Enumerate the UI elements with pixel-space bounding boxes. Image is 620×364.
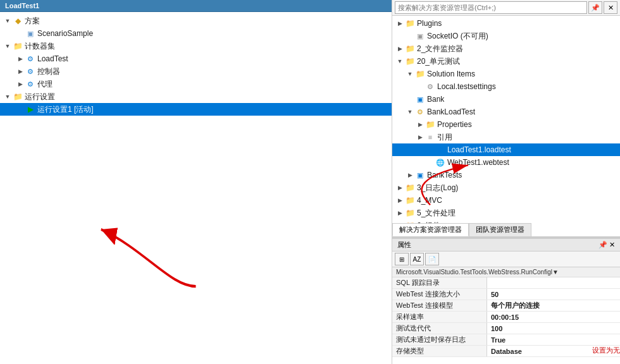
expand-icon[interactable]: ▼ [3, 15, 13, 27]
right-tree-item-file-process[interactable]: ▶ 📁 5_文件处理 [392, 207, 620, 219]
expand-icon[interactable]: ▶ [425, 144, 435, 155]
close-button[interactable]: ✕ [604, 1, 617, 14]
expand-icon[interactable]: ▼ [3, 40, 13, 52]
item-icon-folder: 📁 [13, 41, 23, 51]
right-tree-item-socketio[interactable]: ▶ ▣ SocketIO (不可用) [392, 30, 620, 42]
expand-icon[interactable]: ▼ [405, 68, 415, 80]
left-tree-item-agent[interactable]: ▶ ⚙ 代理 [0, 78, 392, 90]
right-tree-item-solution-items[interactable]: ▼ 📁 Solution Items [392, 68, 620, 80]
prop-pages-btn[interactable]: 📄 [425, 253, 439, 265]
expand-icon[interactable]: ▶ [395, 207, 405, 219]
right-tree-item-unit-test[interactable]: ▼ 📁 20_单元测试 [392, 55, 620, 68]
item-icon-loadtest-file: ⚙ [435, 145, 445, 155]
right-tree-item-log[interactable]: ▶ 📁 3_日志(Log) [392, 181, 620, 194]
prop-row: 测试迭代代 100 [392, 323, 620, 334]
item-icon-webtest-file: 🌐 [435, 157, 445, 167]
left-tree-item-solution[interactable]: ▼ ◆ 方案 [0, 15, 392, 27]
prop-value: 00:00:15 [487, 312, 620, 322]
item-icon-folder: 📁 [405, 195, 415, 205]
item-icon-item: ▣ [25, 28, 35, 39]
close-prop-icon[interactable]: ✕ [609, 241, 615, 249]
left-tree-item-run1[interactable]: ▶ ▶ 运行设置1 [活动] [0, 103, 392, 116]
expand-icon[interactable]: ▼ [405, 106, 415, 118]
left-tree-item-loadtest[interactable]: ▶ ⚙ LoadTest [0, 52, 392, 65]
right-tree-item-more[interactable]: ▶ 📁 6_组件 [392, 219, 620, 223]
prop-categorized-btn[interactable]: ⊞ [395, 253, 409, 265]
left-tree-item-controller[interactable]: ▶ ⚙ 控制器 [0, 65, 392, 78]
item-label: 计数器集 [25, 40, 55, 52]
expand-icon[interactable]: ▶ [425, 157, 435, 168]
item-label: Local.testsettings [437, 81, 496, 92]
expand-icon[interactable]: ▶ [405, 30, 415, 42]
item-icon-folder: 📁 [425, 119, 435, 130]
expand-icon[interactable]: ▶ [415, 131, 425, 143]
search-input[interactable] [395, 1, 587, 14]
item-label: 运行设置 [25, 91, 55, 102]
expand-icon[interactable]: ▶ [405, 169, 415, 181]
prop-row: WebTest 连接模型 每个用户的连接 [392, 300, 620, 312]
expand-icon[interactable]: ▶ [15, 104, 25, 115]
properties-title-bar: 属性 📌 ✕ [392, 239, 620, 252]
expand-icon[interactable]: ▶ [15, 66, 25, 77]
expand-icon[interactable]: ▼ [395, 56, 405, 67]
expand-icon[interactable]: ▶ [415, 81, 425, 92]
left-tree-item-scenario[interactable]: ▶ ▣ ScenarioSample [0, 27, 392, 40]
prop-value: 每个用户的连接 [487, 300, 620, 311]
item-icon-folder: 📁 [405, 221, 415, 223]
expand-icon[interactable]: ▶ [395, 43, 405, 54]
expand-icon[interactable]: ▶ [395, 18, 405, 29]
expand-icon[interactable]: ▶ [15, 78, 25, 90]
left-tree-item-runsettings[interactable]: ▼ 📁 运行设置 [0, 90, 392, 103]
right-tree-item-loadtest1-file[interactable]: ▶ ⚙ LoadTest1.loadtest [392, 143, 620, 156]
item-label: 控制器 [37, 66, 60, 77]
right-tree-item-bank[interactable]: ▶ ▣ Bank [392, 93, 620, 106]
right-tree-item-plugins[interactable]: ▶ 📁 Plugins [392, 17, 620, 30]
item-label: 5_文件处理 [417, 207, 456, 219]
prop-value: 100 [487, 323, 620, 334]
right-tree-item-banktests[interactable]: ▶ ▣ BankTests [392, 169, 620, 181]
expand-icon[interactable]: ▶ [395, 195, 405, 206]
item-label: Solution Items [427, 68, 475, 80]
expand-icon[interactable]: ▶ [395, 220, 405, 223]
right-tree-item-references[interactable]: ▶ ≡ 引用 [392, 131, 620, 143]
item-label: ScenarioSample [37, 28, 93, 39]
prop-row: WebTest 连接池大小 50 [392, 289, 620, 300]
right-tree-item-local-settings[interactable]: ▶ ⚙ Local.testsettings [392, 80, 620, 93]
item-icon-folder: 📁 [405, 18, 415, 28]
item-label: BankLoadTest [427, 106, 475, 118]
tab-team-explorer[interactable]: 团队资源管理器 [469, 223, 531, 236]
pin-button[interactable]: 📌 [588, 1, 602, 14]
item-label: 4_MVC [417, 195, 442, 206]
tab-solution-explorer[interactable]: 解决方案资源管理器 [392, 223, 469, 236]
left-panel-title: LoadTest1 [0, 0, 392, 12]
expand-icon[interactable]: ▶ [395, 182, 405, 193]
expand-icon[interactable]: ▶ [405, 94, 415, 105]
item-label: Plugins [417, 18, 442, 29]
prop-value: True [487, 334, 620, 345]
item-label: Properties [437, 119, 472, 130]
item-icon-folder: 📁 [405, 208, 415, 218]
item-label: 引用 [437, 131, 452, 143]
item-icon-folder: 📁 [13, 92, 23, 102]
prop-toolbar: ⊞ AZ 📄 [392, 252, 620, 267]
explorer-tabs: 解决方案资源管理器 团队资源管理器 [392, 223, 620, 236]
expand-icon[interactable]: ▼ [3, 91, 13, 102]
right-tree-item-bankloadtest[interactable]: ▼ ⚙ BankLoadTest [392, 106, 620, 118]
prop-key: SQL 跟踪目录 [392, 277, 487, 288]
left-panel: LoadTest1 ▼ ◆ 方案 ▶ ▣ ScenarioSample ▼ 📁 … [0, 0, 392, 364]
properties-panel: 属性 📌 ✕ ⊞ AZ 📄 Microsoft.VisualStudio.Tes… [392, 238, 620, 364]
left-tree-item-counters[interactable]: ▼ 📁 计数器集 [0, 40, 392, 52]
expand-icon[interactable]: ▶ [15, 53, 25, 64]
right-tree-item-file-monitor[interactable]: ▶ 📁 2_文件监控器 [392, 42, 620, 55]
prop-alphabetical-btn[interactable]: AZ [410, 253, 424, 265]
prop-value [487, 277, 620, 288]
item-label: SocketIO (不可用) [427, 30, 488, 42]
right-tree-item-properties[interactable]: ▶ 📁 Properties [392, 118, 620, 131]
right-tree-item-webtest1-file[interactable]: ▶ 🌐 WebTest1.webtest [392, 156, 620, 169]
prop-row: 存储类型 Database设置为无 [392, 346, 620, 357]
right-tree-item-mvc[interactable]: ▶ 📁 4_MVC [392, 194, 620, 207]
expand-icon[interactable]: ▶ [415, 119, 425, 130]
pin-prop-icon[interactable]: 📌 [598, 241, 607, 249]
item-label: 3_日志(Log) [417, 182, 458, 193]
expand-icon[interactable]: ▶ [15, 28, 25, 39]
